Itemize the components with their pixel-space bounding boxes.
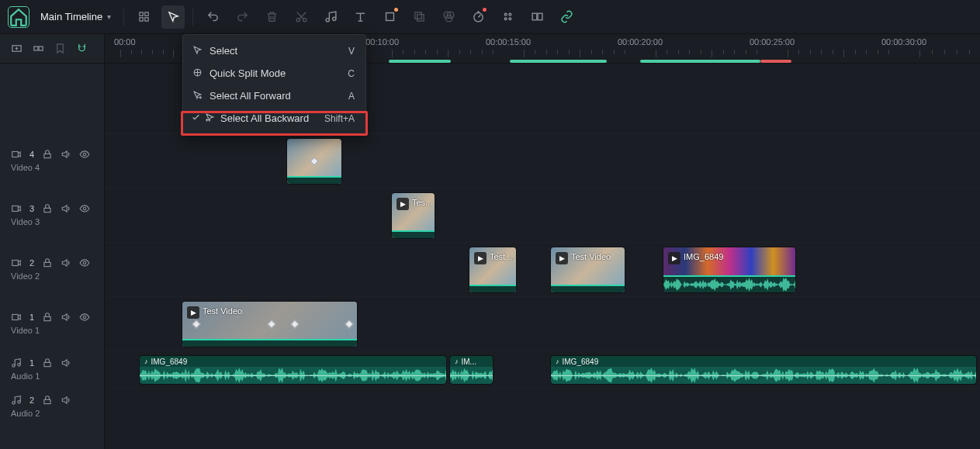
track-header-video-3[interactable]: 3 Video 3 [0, 188, 104, 242]
mute-icon[interactable] [61, 357, 71, 368]
video-clip[interactable]: ▶ IMG_6849 [663, 247, 795, 292]
eye-icon[interactable] [79, 203, 90, 214]
svg-rect-23 [39, 47, 43, 50]
music-note-icon: ♪ [455, 357, 459, 365]
video-clip[interactable]: ▶ Tes... [392, 193, 435, 238]
audio-clip[interactable]: ♪IMG_6849 [551, 356, 976, 384]
svg-rect-9 [415, 12, 422, 19]
lock-icon[interactable] [42, 203, 53, 214]
magnet-icon[interactable] [73, 40, 90, 57]
video-icon [11, 312, 22, 323]
dropdown-shortcut: Shift+A [324, 113, 355, 124]
cursor-tool-button[interactable] [161, 5, 185, 29]
track-header-video-1[interactable]: 1 Video 1 [0, 296, 104, 351]
music-button[interactable] [319, 5, 342, 29]
dropdown-item-select-forward[interactable]: Select All Forward A [183, 85, 365, 107]
audio-clip[interactable]: ♪IM... [450, 356, 493, 384]
play-icon: ▶ [668, 252, 680, 264]
track-header-tools [0, 34, 104, 64]
clip-header: ♪IMG_6849 [140, 356, 446, 367]
video-icon [11, 203, 22, 214]
range-bar [760, 60, 791, 63]
ruler-timecode: 00:00:25:00 [750, 37, 795, 47]
lock-icon[interactable] [42, 257, 53, 268]
color-button[interactable] [437, 5, 460, 29]
track-number: 1 [29, 358, 34, 368]
track-number: 3 [29, 204, 34, 213]
track-row-video-1[interactable]: ▶ Test Video [105, 296, 980, 351]
timeline-dropdown[interactable]: Main Timeline ▾ [36, 8, 116, 26]
dropdown-item-label: Quick Split Mode [210, 67, 286, 79]
crop-button[interactable] [378, 5, 401, 29]
clip-label: IMG_6849 [151, 357, 188, 366]
redo-button[interactable] [230, 5, 254, 29]
mute-icon[interactable] [61, 203, 71, 214]
svg-rect-31 [44, 262, 50, 266]
cut-button[interactable] [289, 5, 313, 29]
mute-icon[interactable] [61, 257, 71, 268]
link-track-icon[interactable] [29, 40, 47, 57]
caret-down-icon: ▾ [107, 12, 111, 21]
grid-icon[interactable] [132, 5, 155, 29]
dropdown-item-quicksplit[interactable]: Quick Split Mode C [183, 62, 365, 85]
notification-dot-icon [394, 8, 398, 12]
lock-icon[interactable] [42, 149, 53, 160]
track-row-audio-2[interactable] [105, 388, 980, 425]
eye-icon[interactable] [79, 257, 90, 268]
eye-icon[interactable] [79, 312, 90, 323]
clip-midline [140, 375, 446, 376]
add-track-icon[interactable] [8, 40, 25, 57]
svg-rect-28 [44, 208, 50, 212]
link-button[interactable] [555, 5, 578, 29]
lock-icon[interactable] [42, 312, 53, 323]
track-header-audio-2[interactable]: 2 Audio 2 [0, 388, 104, 425]
video-clip[interactable]: ▶ Test ... [469, 247, 516, 292]
svg-point-18 [509, 18, 511, 20]
notification-dot-icon [483, 8, 487, 12]
clip-label: IMG_6849 [684, 252, 723, 261]
eye-icon[interactable] [79, 149, 90, 160]
video-clip[interactable]: ▶ Test Video [551, 247, 625, 292]
audio-icon [11, 395, 22, 406]
mute-icon[interactable] [61, 312, 71, 323]
dropdown-item-select[interactable]: Select V [183, 40, 365, 62]
track-row-video-4[interactable] [105, 133, 980, 188]
effects-button[interactable] [496, 5, 519, 29]
mask-button[interactable] [407, 5, 431, 29]
ticks [788, 50, 888, 60]
track-header-spacer [0, 64, 104, 133]
svg-point-7 [332, 17, 335, 20]
delete-button[interactable] [260, 5, 283, 29]
home-button[interactable] [8, 6, 29, 28]
clip-footer [469, 285, 516, 292]
undo-button[interactable] [201, 5, 224, 29]
ticks [919, 50, 980, 60]
lock-icon[interactable] [42, 395, 53, 406]
track-header-audio-1[interactable]: 1 Audio 1 [0, 351, 104, 388]
video-clip[interactable] [287, 139, 341, 184]
group-button[interactable] [525, 5, 549, 29]
mute-icon[interactable] [61, 149, 71, 160]
track-header-video-2[interactable]: 2 Video 2 [0, 242, 104, 296]
track-header-video-4[interactable]: 4 Video 4 [0, 133, 104, 188]
text-button[interactable] [348, 5, 372, 29]
svg-rect-33 [12, 315, 19, 320]
blade-icon [192, 67, 203, 80]
dropdown-item-select-backward[interactable]: Select All Backward Shift+A [183, 107, 365, 130]
mute-icon[interactable] [61, 395, 71, 406]
track-row-video-2[interactable]: ▶ Test ... ▶ Test Video ▶ IMG_6849 [105, 242, 980, 296]
svg-rect-0 [140, 12, 143, 16]
audio-clip[interactable]: ♪IMG_6849 [140, 356, 446, 384]
lock-icon[interactable] [42, 357, 53, 368]
track-row-audio-1[interactable]: ♪IMG_6849 ♪IM... ♪IMG_6849 [105, 351, 980, 388]
clip-label: IMG_6849 [563, 357, 599, 366]
track-row-video-3[interactable]: ▶ Tes... [105, 188, 980, 242]
track-number: 4 [29, 150, 34, 159]
svg-point-5 [303, 19, 306, 22]
speed-button[interactable] [466, 5, 490, 29]
svg-rect-20 [538, 13, 542, 20]
video-clip-selected[interactable]: ▶ Test Video [182, 302, 357, 347]
svg-point-32 [83, 261, 86, 264]
svg-rect-3 [144, 18, 147, 21]
marker-icon[interactable] [51, 40, 68, 57]
